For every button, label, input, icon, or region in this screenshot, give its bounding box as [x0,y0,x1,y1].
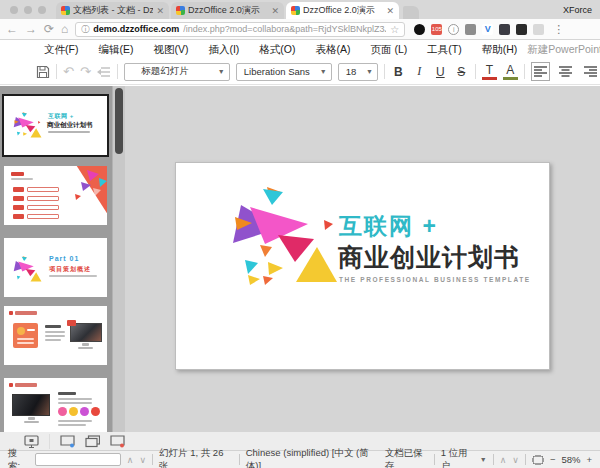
new-slide-icon[interactable] [60,435,75,448]
slide-subtitle[interactable]: THE PROFESSIONAL BUSINESS TEMPLATE [339,276,531,283]
menu-insert[interactable]: 插入(I) [198,43,249,57]
slide-title-main[interactable]: 商业创业计划书 [338,241,520,274]
maximize-window-icon[interactable] [38,6,46,14]
save-status: 文档已保存 [385,447,428,468]
dzzoffice-favicon-icon [61,6,70,15]
extension-gray-icon[interactable] [465,24,476,35]
extension-circle-icon[interactable] [414,24,425,35]
slide-panel-scrollbar[interactable] [112,86,125,432]
dzzoffice-favicon-icon [291,6,300,15]
status-separator [525,454,526,465]
font-size-select[interactable]: 18 ▼ [338,63,378,81]
menu-view[interactable]: 视图(V) [143,43,198,57]
save-icon[interactable] [36,65,50,79]
previous-slide-icon[interactable]: ∧ [500,455,507,465]
thumb2-chip [13,205,24,210]
address-field[interactable]: ⓘ demo.dzzoffice.com /index.php?mod=coll… [75,22,405,37]
document-title: 新建PowerPoint演示文稿(11 [527,43,600,57]
scrollbar-thumb[interactable] [115,88,123,154]
thumb4-header-square [9,311,13,315]
slide-graphic-triangles[interactable] [204,171,354,291]
thumb5-stand [28,417,35,420]
extension-info-icon[interactable]: i [448,24,459,35]
search-previous-icon[interactable]: ∧ [127,455,134,465]
new-tab-button[interactable] [403,6,419,19]
status-separator [239,454,240,465]
align-center-button[interactable] [556,62,575,81]
slide-thumbnail-4[interactable] [4,306,107,365]
thumb4-text-line [45,331,65,333]
chevron-down-icon: ▼ [320,68,327,75]
extension-v-icon[interactable]: V [482,24,493,35]
menu-edit[interactable]: 编辑(E) [88,43,143,57]
duplicate-slide-icon[interactable] [85,435,100,448]
menu-format[interactable]: 格式(O) [249,43,305,57]
language-status[interactable]: Chinese (simplified) [中文 (简体)] [246,447,379,468]
users-status[interactable]: 1 位用户 [441,447,474,468]
thumb4-header-bar [15,311,37,315]
thumb2-chip [13,187,24,192]
font-color-button[interactable]: T [482,63,497,80]
delete-slide-icon[interactable] [110,435,125,448]
menu-help[interactable]: 帮助(H) [472,43,528,57]
menu-tools[interactable]: 工具(T) [417,43,471,57]
search-input[interactable] [35,453,121,466]
thumb5-text-line [58,402,92,404]
redo-icon[interactable]: ↷ [80,65,91,78]
status-right-group: 文档已保存 1 位用户 ▼ ∧ ∨ − 58% + [385,447,592,468]
thumb5-dot-yellow [69,407,78,416]
zoom-level[interactable]: 58% [561,454,580,465]
zoom-out-button[interactable]: − [550,454,556,465]
style-select[interactable]: 标题幻灯片 ▼ [124,63,230,81]
close-window-icon[interactable] [10,6,18,14]
zoom-fit-icon[interactable] [532,455,544,465]
slide-canvas-area: 互联网 + 商业创业计划书 THE PROFESSIONAL BUSINESS … [125,86,600,432]
slide-thumbnail-5[interactable] [4,378,107,432]
next-slide-icon[interactable]: ∨ [512,455,519,465]
align-left-button[interactable] [531,62,550,81]
status-separator [434,454,435,465]
font-select[interactable]: Liberation Sans ▼ [236,63,332,81]
italic-button[interactable]: I [412,64,427,79]
bold-button[interactable]: B [391,65,406,79]
undo-icon[interactable]: ↶ [63,65,74,78]
underline-button[interactable]: U [433,65,448,79]
extension-square-icon[interactable] [516,24,527,35]
highlight-color-button[interactable]: A [503,63,518,80]
back-icon[interactable]: ← [6,23,18,35]
align-right-button[interactable] [581,62,600,81]
slide-title-accent[interactable]: 互联网 + [339,211,438,242]
forward-icon[interactable]: → [25,23,37,35]
browser-tab-2[interactable]: DzzOffice 2.0演示 ✕ [171,2,284,19]
minimize-window-icon[interactable] [24,6,32,14]
users-dropdown-icon[interactable]: ▼ [480,456,487,463]
slide-thumbnail-1[interactable]: 互联网 + 商业创业计划书 [4,96,107,155]
zoom-in-button[interactable]: + [586,454,592,465]
search-next-icon[interactable]: ∨ [139,455,146,465]
thumb5-dot-red [91,407,100,416]
slide-thumbnail-3[interactable]: Part 01 项目策划概述 [4,238,107,297]
home-icon[interactable]: ⌂ [61,23,68,35]
close-tab-icon[interactable]: ✕ [156,6,164,16]
browser-menu-kebab-icon[interactable]: ⋮ [553,23,564,36]
refresh-icon[interactable]: ⟳ [44,23,54,35]
font-select-value: Liberation Sans [244,66,310,77]
menu-page[interactable]: 页面 (L) [361,43,418,57]
window-controls[interactable] [0,0,56,19]
extension-dark-icon[interactable] [499,24,510,35]
browser-tab-1[interactable]: 文档列表 - 文档 - DzzOffice 2.0 ✕ [56,2,169,19]
slide-thumbnail-2[interactable] [4,166,107,225]
menu-table[interactable]: 表格(A) [306,43,361,57]
strikethrough-button[interactable]: S [454,65,469,79]
clone-formatting-icon[interactable] [97,66,111,78]
slide-editing-surface[interactable]: 互联网 + 商业创业计划书 THE PROFESSIONAL BUSINESS … [175,162,550,370]
thumb5-header-bar [15,383,37,387]
extension-badge-icon[interactable]: 105 [431,24,442,35]
close-tab-icon[interactable]: ✕ [271,6,279,16]
extension-light-icon[interactable] [533,24,544,35]
browser-tab-3-active[interactable]: DzzOffice 2.0演示 ✕ [286,2,399,19]
bookmark-star-icon[interactable]: ☆ [390,24,399,35]
page-info-icon[interactable]: ⓘ [81,24,89,35]
menu-file[interactable]: 文件(F) [34,43,88,57]
close-tab-icon[interactable]: ✕ [386,6,394,16]
